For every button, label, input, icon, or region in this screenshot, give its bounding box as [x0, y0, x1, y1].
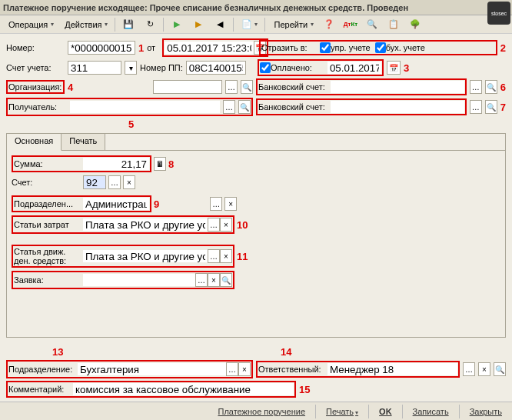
search-icon-button[interactable]: 🔍: [362, 16, 382, 33]
save-icon-button[interactable]: 💾: [118, 16, 138, 33]
account-dropdown-button[interactable]: ▾: [125, 61, 137, 75]
resp-label: Ответственный:: [258, 365, 327, 374]
org-input[interactable]: [153, 80, 222, 94]
comment-input[interactable]: [73, 383, 294, 395]
ok-button[interactable]: OK: [374, 405, 397, 418]
paid-calendar-button[interactable]: 📅: [387, 61, 401, 75]
date-input[interactable]: [165, 42, 254, 54]
payment-order-button[interactable]: Платежное поручение: [212, 405, 311, 418]
org-select-button[interactable]: …: [225, 80, 238, 94]
account-input[interactable]: [68, 61, 121, 75]
mgmt-acct-checkbox[interactable]: [320, 42, 331, 53]
bank1-open-button[interactable]: 🔍: [485, 80, 497, 94]
pp-label: Номер ПП:: [140, 63, 183, 72]
save-button[interactable]: Записать: [407, 405, 454, 418]
tree-icon-button[interactable]: 🌳: [405, 16, 425, 33]
request-clear-button[interactable]: ×: [208, 273, 220, 287]
annotation-1: 1: [138, 42, 144, 54]
recipient-input[interactable]: [70, 101, 220, 113]
recipient-label: Получатель:: [8, 102, 67, 112]
bank2-label: Банковский счет:: [258, 102, 331, 112]
form-header: Номер: 1 от 📅 Отразить в: упр. учете бух…: [0, 34, 512, 130]
request-open-button[interactable]: 🔍: [220, 273, 232, 287]
paid-date-input[interactable]: [327, 62, 381, 74]
dept-select-button[interactable]: …: [210, 197, 222, 211]
tab-acct-input[interactable]: [83, 175, 106, 189]
paid-checkbox[interactable]: [260, 62, 271, 73]
annotation-5: 5: [128, 118, 134, 130]
bottom-dept-input[interactable]: [78, 363, 226, 375]
search-icon: 🔍: [366, 18, 378, 31]
app-logo-icon: stosec: [487, 2, 510, 25]
annotation-2: 2: [500, 42, 506, 54]
unpost-icon-button[interactable]: ◀: [210, 16, 230, 33]
tab-acct-select-button[interactable]: …: [108, 175, 121, 189]
tab-acct-clear-button[interactable]: ×: [123, 175, 135, 189]
bottom-dept-clear-button[interactable]: ×: [238, 362, 251, 376]
refresh-icon: ↻: [144, 18, 156, 31]
floppy-icon: 💾: [122, 18, 135, 31]
sum-input[interactable]: [83, 158, 149, 170]
pp-input[interactable]: [186, 61, 246, 75]
annotation-4: 4: [68, 82, 73, 93]
fin-acct-checkbox[interactable]: [375, 42, 386, 53]
bank1-select-button[interactable]: …: [470, 80, 482, 94]
resp-input[interactable]: [327, 363, 457, 375]
caret-icon: ▾: [105, 21, 108, 28]
cash-clear-button[interactable]: ×: [220, 249, 232, 263]
close-button[interactable]: Закрыть: [464, 405, 507, 418]
list-icon-button[interactable]: 📋: [384, 16, 404, 33]
actions-menu[interactable]: Действия▾: [59, 18, 111, 32]
dept-label: Подразделен...: [14, 199, 83, 208]
goto-menu[interactable]: Перейти▾: [268, 18, 318, 32]
cash-input[interactable]: [83, 250, 208, 262]
cost-clear-button[interactable]: ×: [220, 218, 232, 232]
unpost-icon: ◀: [214, 18, 226, 31]
tab-print[interactable]: Печать: [62, 134, 105, 150]
recipient-open-button[interactable]: 🔍: [238, 100, 251, 114]
post-icon-button[interactable]: ▶: [167, 16, 187, 33]
resp-clear-button[interactable]: ×: [478, 362, 490, 376]
list-icon: 📋: [387, 18, 400, 31]
annotation-10: 10: [237, 219, 248, 231]
tree-icon: 🌳: [409, 18, 421, 31]
post-icon-button-2[interactable]: ▶: [188, 16, 208, 33]
help-icon: ❓: [323, 18, 335, 31]
post-icon-2: ▶: [192, 18, 204, 31]
bank2-select-button[interactable]: …: [470, 100, 482, 114]
date-from-label: от: [147, 43, 159, 52]
print-menu-button[interactable]: Печать▾: [321, 405, 364, 418]
resp-open-button[interactable]: 🔍: [494, 362, 506, 376]
account-label: Счет учета:: [6, 63, 65, 72]
cash-select-button[interactable]: …: [208, 249, 220, 263]
bank2-open-button[interactable]: 🔍: [485, 100, 497, 114]
sum-calc-button[interactable]: 🖩: [154, 157, 166, 171]
dtkt-icon: ДтКт: [344, 18, 357, 31]
annotation-9: 9: [154, 198, 159, 210]
cost-input[interactable]: [83, 218, 208, 231]
annotation-6: 6: [500, 82, 506, 93]
dtkt-icon-button[interactable]: ДтКт: [341, 16, 361, 33]
dept-input[interactable]: [83, 198, 149, 210]
cost-select-button[interactable]: …: [208, 218, 220, 232]
tab-main[interactable]: Основная: [7, 134, 62, 151]
recipient-select-button[interactable]: …: [223, 100, 235, 114]
request-input[interactable]: [83, 274, 195, 286]
bank1-input[interactable]: [331, 81, 464, 93]
dept-clear-button[interactable]: ×: [224, 197, 237, 211]
number-input[interactable]: [68, 41, 135, 55]
request-select-button[interactable]: …: [195, 273, 208, 287]
help-icon-button[interactable]: ❓: [319, 16, 339, 33]
tab-container: Основная Печать Сумма: 🖩 8 Счет: … × Под…: [6, 133, 506, 338]
tab-acct-label: Счет:: [12, 178, 81, 187]
operation-menu[interactable]: Операция▾: [3, 18, 58, 32]
resp-select-button[interactable]: …: [463, 362, 475, 376]
org-open-button[interactable]: 🔍: [241, 80, 253, 94]
create-from-button[interactable]: 📄▾: [237, 16, 261, 33]
doc-icon: 📄: [241, 18, 253, 31]
bank2-input[interactable]: [331, 101, 464, 113]
bottom-dept-label: Подразделение:: [8, 365, 78, 374]
bottom-dept-select-button[interactable]: …: [226, 362, 238, 376]
annotation-15: 15: [299, 384, 310, 395]
refresh-icon-button[interactable]: ↻: [140, 16, 160, 33]
